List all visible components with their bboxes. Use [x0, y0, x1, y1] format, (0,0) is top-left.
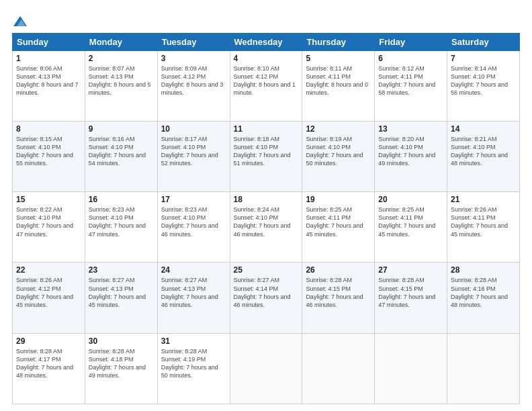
sunset: Sunset: 4:18 PM — [89, 355, 154, 363]
daylight: Daylight: 7 hours and 45 minutes. — [378, 222, 443, 238]
calendar-cell: 30Sunrise: 8:28 AMSunset: 4:18 PMDayligh… — [85, 333, 157, 404]
day-number: 6 — [378, 54, 443, 63]
sunset: Sunset: 4:12 PM — [16, 285, 81, 293]
sunrise: Sunrise: 8:21 AM — [451, 135, 516, 143]
daylight: Daylight: 7 hours and 49 minutes. — [89, 363, 154, 379]
day-number: 18 — [234, 195, 299, 204]
day-info: Sunrise: 8:12 AMSunset: 4:11 PMDaylight:… — [378, 64, 443, 97]
day-number: 15 — [16, 195, 81, 204]
day-info: Sunrise: 8:16 AMSunset: 4:10 PMDaylight:… — [89, 135, 154, 168]
calendar-cell: 12Sunrise: 8:19 AMSunset: 4:10 PMDayligh… — [302, 121, 375, 191]
daylight: Daylight: 8 hours and 5 minutes. — [89, 81, 154, 97]
day-info: Sunrise: 8:26 AMSunset: 4:12 PMDaylight:… — [16, 276, 81, 309]
day-number: 14 — [451, 124, 516, 134]
calendar-cell: 13Sunrise: 8:20 AMSunset: 4:10 PMDayligh… — [375, 121, 447, 191]
daylight: Daylight: 7 hours and 45 minutes. — [89, 293, 154, 309]
day-number: 17 — [161, 195, 226, 204]
day-number: 10 — [161, 124, 226, 134]
day-info: Sunrise: 8:14 AMSunset: 4:10 PMDaylight:… — [451, 64, 516, 97]
daylight: Daylight: 7 hours and 56 minutes. — [451, 81, 516, 97]
calendar-cell: 31Sunrise: 8:28 AMSunset: 4:19 PMDayligh… — [157, 333, 230, 404]
daylight: Daylight: 7 hours and 49 minutes. — [378, 151, 443, 167]
daylight: Daylight: 7 hours and 54 minutes. — [89, 151, 154, 167]
day-number: 16 — [89, 195, 154, 204]
calendar-cell: 9Sunrise: 8:16 AMSunset: 4:10 PMDaylight… — [85, 121, 157, 191]
sunset: Sunset: 4:11 PM — [306, 214, 371, 222]
day-number: 25 — [234, 265, 299, 275]
calendar-table: SundayMondayTuesdayWednesdayThursdayFrid… — [12, 33, 520, 404]
sunset: Sunset: 4:10 PM — [161, 143, 226, 151]
day-number: 21 — [451, 195, 516, 204]
calendar-cell: 14Sunrise: 8:21 AMSunset: 4:10 PMDayligh… — [447, 121, 520, 191]
day-info: Sunrise: 8:07 AMSunset: 4:13 PMDaylight:… — [89, 64, 154, 97]
daylight: Daylight: 7 hours and 48 minutes. — [16, 363, 81, 379]
day-number: 31 — [161, 336, 226, 346]
calendar-cell — [230, 333, 302, 404]
day-info: Sunrise: 8:22 AMSunset: 4:10 PMDaylight:… — [16, 205, 81, 238]
sunrise: Sunrise: 8:27 AM — [234, 276, 299, 284]
day-number: 12 — [306, 124, 371, 134]
logo-icon — [13, 16, 27, 26]
sunrise: Sunrise: 8:28 AM — [16, 347, 81, 355]
daylight: Daylight: 7 hours and 51 minutes. — [234, 151, 299, 167]
sunrise: Sunrise: 8:16 AM — [89, 135, 154, 143]
calendar-week-3: 15Sunrise: 8:22 AMSunset: 4:10 PMDayligh… — [13, 192, 520, 263]
sunrise: Sunrise: 8:22 AM — [16, 205, 81, 214]
day-number: 1 — [16, 54, 81, 63]
sunset: Sunset: 4:10 PM — [89, 143, 154, 151]
calendar-cell — [375, 333, 447, 404]
sunrise: Sunrise: 8:14 AM — [451, 64, 516, 73]
daylight: Daylight: 7 hours and 45 minutes. — [451, 222, 516, 238]
day-info: Sunrise: 8:27 AMSunset: 4:14 PMDaylight:… — [234, 276, 299, 309]
weekday-header-wednesday: Wednesday — [230, 33, 302, 50]
day-info: Sunrise: 8:26 AMSunset: 4:11 PMDaylight:… — [451, 205, 516, 238]
sunrise: Sunrise: 8:28 AM — [161, 347, 226, 355]
sunrise: Sunrise: 8:28 AM — [378, 276, 443, 284]
day-number: 4 — [234, 54, 299, 63]
day-info: Sunrise: 8:27 AMSunset: 4:13 PMDaylight:… — [89, 276, 154, 309]
sunrise: Sunrise: 8:07 AM — [89, 64, 154, 73]
daylight: Daylight: 7 hours and 47 minutes. — [89, 222, 154, 238]
calendar: SundayMondayTuesdayWednesdayThursdayFrid… — [12, 33, 520, 404]
day-info: Sunrise: 8:28 AMSunset: 4:17 PMDaylight:… — [16, 347, 81, 380]
sunset: Sunset: 4:19 PM — [161, 355, 226, 363]
daylight: Daylight: 7 hours and 48 minutes. — [451, 293, 516, 309]
daylight: Daylight: 7 hours and 46 minutes. — [161, 293, 226, 309]
sunset: Sunset: 4:10 PM — [451, 73, 516, 81]
day-info: Sunrise: 8:09 AMSunset: 4:12 PMDaylight:… — [161, 64, 226, 97]
day-info: Sunrise: 8:28 AMSunset: 4:15 PMDaylight:… — [306, 276, 371, 309]
calendar-cell: 28Sunrise: 8:28 AMSunset: 4:16 PMDayligh… — [447, 263, 520, 333]
daylight: Daylight: 7 hours and 50 minutes. — [161, 363, 226, 379]
day-info: Sunrise: 8:25 AMSunset: 4:11 PMDaylight:… — [306, 205, 371, 238]
sunrise: Sunrise: 8:28 AM — [89, 347, 154, 355]
sunrise: Sunrise: 8:12 AM — [378, 64, 443, 73]
day-info: Sunrise: 8:28 AMSunset: 4:19 PMDaylight:… — [161, 347, 226, 380]
calendar-cell: 4Sunrise: 8:10 AMSunset: 4:12 PMDaylight… — [230, 50, 302, 121]
sunset: Sunset: 4:15 PM — [378, 285, 443, 293]
weekday-header-thursday: Thursday — [302, 33, 375, 50]
sunset: Sunset: 4:11 PM — [306, 73, 371, 81]
daylight: Daylight: 7 hours and 46 minutes. — [161, 222, 226, 238]
day-info: Sunrise: 8:23 AMSunset: 4:10 PMDaylight:… — [161, 205, 226, 238]
calendar-cell: 17Sunrise: 8:23 AMSunset: 4:10 PMDayligh… — [157, 192, 230, 263]
sunrise: Sunrise: 8:24 AM — [234, 205, 299, 214]
day-info: Sunrise: 8:17 AMSunset: 4:10 PMDaylight:… — [161, 135, 226, 168]
weekday-header-friday: Friday — [375, 33, 447, 50]
daylight: Daylight: 7 hours and 46 minutes. — [306, 293, 371, 309]
daylight: Daylight: 7 hours and 46 minutes. — [234, 222, 299, 238]
day-number: 22 — [16, 265, 81, 275]
daylight: Daylight: 7 hours and 50 minutes. — [306, 151, 371, 167]
day-number: 27 — [378, 265, 443, 275]
sunset: Sunset: 4:16 PM — [451, 285, 516, 293]
calendar-cell — [447, 333, 520, 404]
calendar-cell: 23Sunrise: 8:27 AMSunset: 4:13 PMDayligh… — [85, 263, 157, 333]
calendar-cell: 18Sunrise: 8:24 AMSunset: 4:10 PMDayligh… — [230, 192, 302, 263]
day-number: 23 — [89, 265, 154, 275]
sunrise: Sunrise: 8:19 AM — [306, 135, 371, 143]
sunset: Sunset: 4:11 PM — [378, 214, 443, 222]
day-info: Sunrise: 8:28 AMSunset: 4:16 PMDaylight:… — [451, 276, 516, 309]
header — [12, 11, 520, 28]
sunset: Sunset: 4:10 PM — [16, 143, 81, 151]
weekday-header-tuesday: Tuesday — [157, 33, 230, 50]
sunrise: Sunrise: 8:26 AM — [16, 276, 81, 284]
